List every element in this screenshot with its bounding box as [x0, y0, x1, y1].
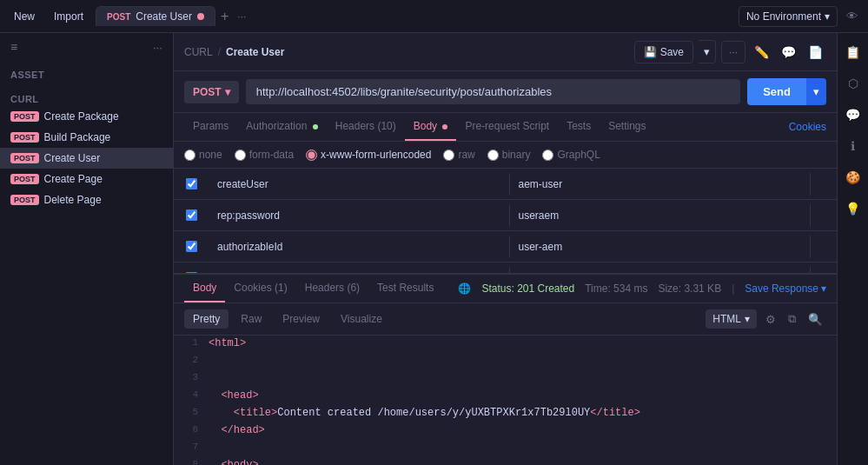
globe-icon: 🌐 [458, 282, 471, 295]
tab-settings[interactable]: Settings [600, 113, 654, 141]
code-line: 1 <html> [174, 335, 837, 353]
response-tabs: Body Cookies (1) Headers (6) Test Result… [174, 275, 837, 303]
resp-sub-tab-pretty[interactable]: Pretty [184, 309, 229, 329]
body-option-graphql[interactable]: GraphQL [542, 149, 600, 161]
body-type-radio[interactable] [443, 149, 454, 161]
sidebar-item-create-page[interactable]: POST Create Page [0, 169, 173, 189]
response-sub-tabs: Pretty Raw Preview Visualize HTML ▾ ⚙ ⧉ … [174, 303, 837, 335]
body-type-radio[interactable] [306, 149, 317, 161]
tab-headers[interactable]: Headers (10) [327, 113, 405, 141]
code-line: 4 <head> [174, 388, 837, 405]
resp-tab-body[interactable]: Body [184, 275, 225, 302]
cookies-link[interactable]: Cookies [789, 121, 826, 133]
form-table: createUser aem-user rep:password useraem… [174, 169, 837, 274]
save-response-button[interactable]: Save Response ▾ [745, 282, 826, 295]
line-number: 6 [174, 422, 209, 440]
body-type-radio[interactable] [542, 149, 553, 161]
right-sidebar-icon-3[interactable]: 💬 [840, 103, 865, 127]
more-tabs-button[interactable]: ··· [234, 10, 249, 23]
body-option-urlencoded[interactable]: x-www-form-urlencoded [306, 149, 431, 161]
request-actions: 💾 Save ▾ ··· ✏️ 💬 📄 [634, 40, 826, 63]
resp-sub-tab-raw[interactable]: Raw [232, 309, 270, 329]
format-dropdown[interactable]: HTML ▾ [706, 309, 757, 329]
resp-tab-headers[interactable]: Headers (6) [296, 275, 368, 302]
body-dot [442, 124, 447, 130]
breadcrumb: CURL / Create User [184, 46, 284, 58]
right-sidebar-icon-4[interactable]: ℹ [845, 134, 860, 158]
right-sidebar-icon-6[interactable]: 💡 [840, 196, 865, 221]
tab-prerequest[interactable]: Pre-request Script [456, 113, 558, 141]
right-sidebar-icon-2[interactable]: ⬡ [843, 71, 864, 96]
right-sidebar-icon-5[interactable]: 🍪 [840, 165, 865, 189]
row-checkbox-cell [174, 241, 209, 252]
save-dropdown-button[interactable]: ▾ [699, 40, 716, 63]
breadcrumb-separator: / [218, 46, 221, 58]
request-tab[interactable]: POST Create User [96, 6, 215, 26]
right-sidebar-icon-1[interactable]: 📋 [840, 40, 865, 64]
line-number: 5 [174, 405, 209, 422]
new-button[interactable]: New [7, 7, 42, 26]
sidebar-filter-icon[interactable]: ≡ [10, 40, 17, 54]
resp-tab-test-results[interactable]: Test Results [368, 275, 442, 302]
sidebar-item-create-user[interactable]: POST Create User [0, 148, 173, 169]
search-icon[interactable]: 🔍 [805, 309, 826, 329]
body-type-radio[interactable] [184, 149, 195, 161]
more-actions-button[interactable]: ··· [721, 41, 745, 63]
body-option-binary[interactable]: binary [487, 149, 531, 161]
copy-icon[interactable]: ⧉ [785, 309, 799, 329]
code-line: 6 </head> [174, 422, 837, 440]
line-content: <head> [209, 388, 837, 405]
value-cell: useraem [510, 204, 812, 227]
tab-tests[interactable]: Tests [558, 113, 600, 141]
sidebar-item-delete-page[interactable]: POST Delete Page [0, 189, 173, 210]
table-row: authorizableId user-aem [174, 231, 837, 262]
resp-sub-tab-visualize[interactable]: Visualize [332, 309, 391, 329]
filter-icon[interactable]: ⚙ [762, 309, 779, 329]
table-row: profile/givenName AEM [174, 262, 837, 274]
sidebar-more-button[interactable]: ··· [153, 41, 162, 54]
tab-authorization[interactable]: Authorization [237, 113, 326, 141]
edit-icon[interactable]: ✏️ [751, 42, 772, 63]
format-chevron-icon: ▾ [745, 313, 750, 325]
row-checkbox[interactable] [186, 178, 197, 189]
top-bar: New Import POST Create User + ··· No Env… [0, 0, 868, 33]
key-cell: authorizableId [209, 236, 510, 258]
row-checkbox[interactable] [186, 241, 197, 252]
line-number: 7 [174, 440, 209, 457]
sidebar-item-build-package[interactable]: POST Build Package [0, 127, 173, 148]
send-dropdown-button[interactable]: ▾ [806, 78, 826, 105]
row-checkbox[interactable] [186, 209, 197, 221]
body-options: none form-data x-www-form-urlencoded raw… [174, 142, 837, 169]
tab-method-badge: POST [107, 12, 130, 22]
key-cell: createUser [209, 173, 510, 196]
method-selector[interactable]: POST ▾ [184, 81, 239, 103]
body-option-form-data[interactable]: form-data [235, 149, 294, 161]
url-input[interactable] [246, 79, 741, 104]
request-header: CURL / Create User 💾 Save ▾ ··· ✏️ 💬 📄 [174, 33, 837, 71]
environment-selector[interactable]: No Environment ▾ [739, 6, 838, 27]
method-badge: POST [10, 132, 39, 143]
resp-sub-tab-preview[interactable]: Preview [274, 309, 328, 329]
body-option-raw[interactable]: raw [443, 149, 474, 161]
import-button[interactable]: Import [47, 7, 90, 26]
code-line: 8 <body> [174, 457, 837, 465]
sidebar-item-create-package[interactable]: POST Create Package [0, 106, 173, 127]
chat-icon[interactable]: 💬 [778, 42, 799, 63]
tab-params[interactable]: Params [184, 113, 237, 141]
eye-icon[interactable]: 👁 [843, 6, 861, 26]
send-button[interactable]: Send [747, 78, 806, 105]
body-option-none[interactable]: none [184, 149, 222, 161]
add-tab-button[interactable]: + [217, 9, 232, 24]
main-layout: ≡ ··· ASSET CURL POST Create Package POS… [0, 33, 868, 465]
line-content: <html> [209, 335, 837, 353]
body-type-radio[interactable] [235, 149, 246, 161]
response-time: Time: 534 ms [585, 282, 647, 295]
body-type-radio[interactable] [487, 149, 499, 161]
line-content [209, 353, 837, 370]
resp-tab-cookies[interactable]: Cookies (1) [225, 275, 295, 302]
sidebar-section-asset: ASSET [0, 61, 173, 85]
tab-body[interactable]: Body [405, 113, 457, 141]
sidebar-right-icon[interactable]: 📄 [805, 42, 826, 63]
save-button[interactable]: 💾 Save [634, 41, 693, 63]
item-label: Create Package [44, 110, 119, 123]
